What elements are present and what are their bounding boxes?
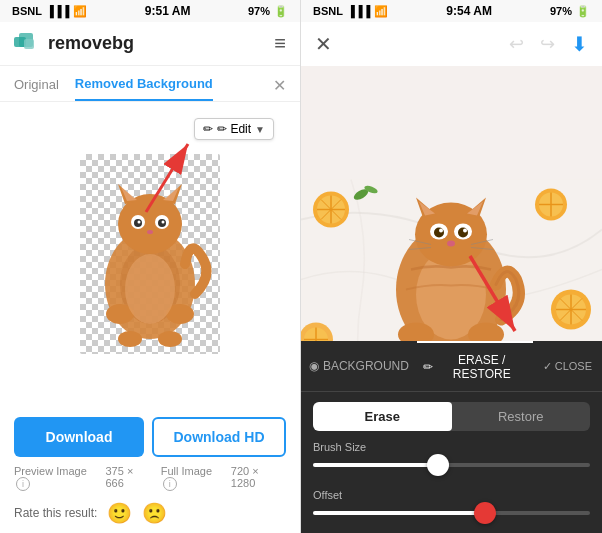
- logo-icon: [14, 33, 42, 55]
- right-panel: BSNL ▐▐▐ 📶 9:54 AM 97% 🔋 ✕ ↩ ↪ ⬇: [301, 0, 602, 533]
- eraser-icon: ✏: [423, 360, 433, 374]
- svg-rect-2: [24, 39, 34, 49]
- editor-close-button[interactable]: ✕: [315, 32, 332, 56]
- offset-track[interactable]: [313, 511, 590, 515]
- bottom-tool-panel: ◉ BACKGROUND ✏ ERASE / RESTORE ✓ CLOSE E…: [301, 341, 602, 533]
- cat-illustration: [80, 154, 220, 354]
- svg-point-16: [147, 230, 153, 234]
- full-size: 720 × 1280: [231, 465, 286, 491]
- erase-restore-toggle: Erase Restore: [313, 402, 590, 431]
- edit-dropdown-icon[interactable]: ▼: [255, 124, 265, 135]
- edit-button[interactable]: ✏ ✏ Edit ▼: [194, 118, 274, 140]
- redo-button[interactable]: ↪: [540, 33, 555, 55]
- tabs-bar: Original Removed Background ✕: [0, 66, 300, 102]
- svg-point-14: [138, 220, 141, 223]
- svg-point-65: [434, 228, 444, 238]
- full-info-icon[interactable]: i: [163, 477, 177, 491]
- brush-size-thumb[interactable]: [427, 454, 449, 476]
- signal-icon: ▐▐▐: [46, 5, 69, 17]
- tab-background[interactable]: ◉ BACKGROUND: [301, 341, 417, 391]
- edit-label: ✏ Edit: [217, 122, 251, 136]
- logo-area: removebg: [14, 33, 134, 55]
- editor-download-button[interactable]: ⬇: [571, 32, 588, 56]
- svg-point-19: [118, 331, 142, 347]
- full-label: Full Image i: [161, 465, 231, 491]
- download-section: Download Download HD: [0, 405, 300, 463]
- carrier-right: BSNL: [313, 5, 343, 17]
- right-status-bar: BSNL ▐▐▐ 📶 9:54 AM 97% 🔋: [301, 0, 602, 22]
- brush-size-track[interactable]: [313, 463, 590, 467]
- preview-info-icon[interactable]: i: [16, 477, 30, 491]
- tab-original[interactable]: Original: [14, 77, 59, 100]
- signal-icon-right: ▐▐▐: [347, 5, 370, 17]
- wifi-icon: 📶: [73, 5, 87, 18]
- background-icon: ◉: [309, 359, 319, 373]
- tab-removed-bg[interactable]: Removed Background: [75, 76, 213, 101]
- offset-thumb[interactable]: [474, 502, 496, 524]
- image-info-row: Preview Image i 375 × 666 Full Image i 7…: [0, 463, 300, 493]
- brush-size-row: Brush Size: [301, 437, 602, 477]
- battery-icon-right: 🔋: [576, 5, 590, 18]
- erase-button[interactable]: Erase: [313, 402, 452, 431]
- wifi-icon-right: 📶: [374, 5, 388, 18]
- undo-button[interactable]: ↩: [509, 33, 524, 55]
- brush-size-label: Brush Size: [313, 441, 590, 453]
- logo-text: removebg: [48, 33, 134, 54]
- nav-bar-left: removebg ≡: [0, 22, 300, 66]
- rate-label: Rate this result:: [14, 506, 97, 520]
- offset-label: Offset: [313, 489, 590, 501]
- offset-row: Offset: [301, 485, 602, 525]
- emoji-good[interactable]: 🙂: [107, 501, 132, 525]
- battery-icon-left: 🔋: [274, 5, 288, 18]
- download-button[interactable]: Download: [14, 417, 144, 457]
- restore-button[interactable]: Restore: [452, 402, 591, 431]
- svg-point-21: [125, 254, 175, 324]
- left-status-bar: BSNL ▐▐▐ 📶 9:51 AM 97% 🔋: [0, 0, 300, 22]
- tool-tabs-bar: ◉ BACKGROUND ✏ ERASE / RESTORE ✓ CLOSE: [301, 341, 602, 392]
- editor-nav: ✕ ↩ ↪ ⬇: [301, 22, 602, 66]
- carrier-left: BSNL: [12, 5, 42, 17]
- rate-row: Rate this result: 🙂 🙁: [0, 493, 300, 533]
- time-right: 9:54 AM: [446, 4, 492, 18]
- svg-point-66: [458, 228, 468, 238]
- svg-point-68: [463, 229, 467, 233]
- battery-right: 97%: [550, 5, 572, 17]
- offset-fill: [313, 511, 485, 515]
- svg-point-67: [439, 229, 443, 233]
- preview-label: Preview Image i: [14, 465, 105, 491]
- preview-size: 375 × 666: [105, 465, 154, 491]
- brush-size-fill: [313, 463, 438, 467]
- svg-point-15: [162, 220, 165, 223]
- battery-left: 97%: [248, 5, 270, 17]
- close-tool-tab[interactable]: ✓ CLOSE: [533, 341, 602, 391]
- download-hd-button[interactable]: Download HD: [152, 417, 286, 457]
- image-area-left: ✏ ✏ Edit ▼: [0, 102, 300, 405]
- svg-point-20: [158, 331, 182, 347]
- left-panel: BSNL ▐▐▐ 📶 9:51 AM 97% 🔋 removebg ≡ Orig…: [0, 0, 301, 533]
- edit-pencil-icon: ✏: [203, 122, 213, 136]
- svg-point-69: [447, 241, 455, 247]
- emoji-bad[interactable]: 🙁: [142, 501, 167, 525]
- tab-erase-restore[interactable]: ✏ ERASE / RESTORE: [417, 341, 533, 391]
- cat-image-preview: [80, 154, 220, 354]
- hamburger-menu[interactable]: ≡: [274, 32, 286, 55]
- time-left: 9:51 AM: [145, 4, 191, 18]
- tab-close-icon[interactable]: ✕: [273, 76, 286, 95]
